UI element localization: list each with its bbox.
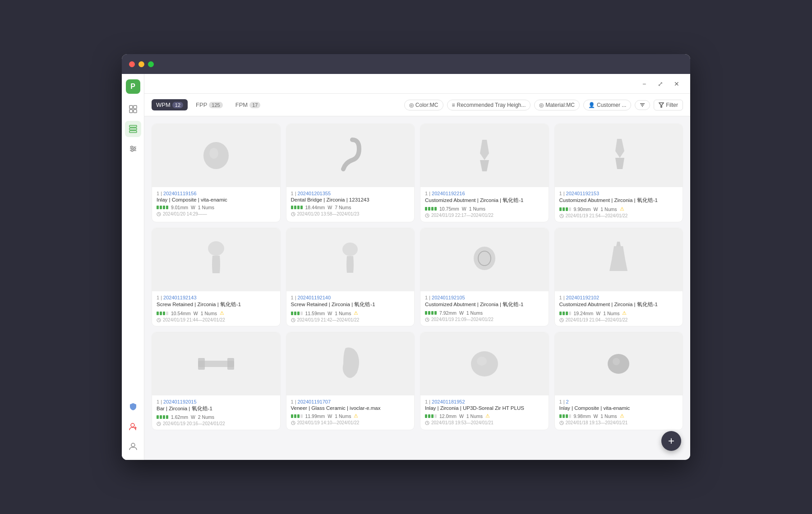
card-image <box>152 228 280 291</box>
app-logo: P <box>126 79 140 94</box>
tab-fpm[interactable]: FPM 17 <box>231 99 265 110</box>
svg-point-16 <box>131 443 135 447</box>
card-item[interactable]: 1 | 202401192143 Screw Retained | Zircon… <box>152 228 281 326</box>
card-id-link[interactable]: 202401192102 <box>566 295 599 300</box>
height-bar <box>559 312 571 315</box>
top-bar: − ⤢ ✕ <box>144 74 690 94</box>
card-body: 1 | 202401191707 Veneer | Glass Ceramic … <box>286 395 415 429</box>
card-date: 2024/01/19 20:16—2024/01/22 <box>157 421 276 426</box>
slot-label: W <box>328 413 332 419</box>
svg-line-60 <box>293 423 294 423</box>
svg-line-31 <box>427 216 428 216</box>
slot-label: W <box>191 414 195 420</box>
card-item[interactable]: 1 | 202401192015 Bar | Zirconia | 氧化锆-1 … <box>152 332 281 430</box>
tab-fpp[interactable]: FPP 125 <box>191 99 227 110</box>
svg-point-22 <box>209 148 218 159</box>
svg-line-25 <box>159 214 160 215</box>
maximize-button[interactable] <box>148 61 154 67</box>
sidebar-icon-shield[interactable] <box>125 399 141 415</box>
tray-filter-icon: ≡ <box>452 102 455 108</box>
svg-point-10 <box>131 146 133 148</box>
filter-material[interactable]: ◎ Material:MC <box>534 100 580 110</box>
card-date: 2024/01/19 22:17—2024/01/22 <box>425 213 544 218</box>
height-bar <box>425 311 437 315</box>
card-id: 1 | 202401181952 <box>425 399 544 404</box>
card-item[interactable]: 1 | 202401192102 Customized Abutment | Z… <box>554 228 683 326</box>
window-body: P <box>122 74 690 460</box>
card-body: 1 | 202401192153 Customized Abutment | Z… <box>555 187 683 222</box>
svg-line-28 <box>293 214 294 215</box>
card-id-link[interactable]: 202401201355 <box>298 191 331 196</box>
slot-label: W <box>194 311 198 316</box>
card-id-link[interactable]: 2 <box>566 399 569 404</box>
svg-rect-1 <box>134 106 137 109</box>
card-item[interactable]: 1 | 202401181952 Inlay | Zirconia | UP3D… <box>420 332 549 430</box>
filter-tray[interactable]: ≡ Recommended Tray Heigh... <box>447 100 531 110</box>
slot-label: W <box>328 205 332 210</box>
card-title: Bar | Zirconia | 氧化锆-1 <box>157 405 276 412</box>
card-item[interactable]: 1 | 202401191707 Veneer | Glass Ceramic … <box>286 332 415 430</box>
sidebar-icon-user[interactable] <box>125 438 141 454</box>
tab-wpm[interactable]: WPM 12 <box>152 99 188 110</box>
slot-label: W <box>462 206 466 211</box>
card-date: 2024/01/19 21:09—2024/01/22 <box>425 317 544 322</box>
card-item[interactable]: 1 | 202401192216 Customized Abutment | Z… <box>420 124 549 222</box>
sidebar-icon-list[interactable] <box>125 121 141 137</box>
card-id-link[interactable]: 202401192216 <box>432 191 465 196</box>
window-resize-btn[interactable]: ⤢ <box>654 78 667 90</box>
sidebar-icon-add-user[interactable] <box>125 418 141 435</box>
height-value: 19.24mm <box>574 311 594 316</box>
minimize-button[interactable] <box>138 61 144 67</box>
window-close-btn[interactable]: ✕ <box>670 78 683 90</box>
svg-point-13 <box>131 423 134 427</box>
card-id: 1 | 202401192102 <box>559 295 678 300</box>
window-minimize-btn[interactable]: − <box>638 78 651 90</box>
main-window: P <box>122 54 690 460</box>
sidebar-icon-grid[interactable] <box>125 101 141 117</box>
card-id-link[interactable]: 202401119156 <box>163 191 196 196</box>
tab-fpp-label: FPP <box>196 101 207 108</box>
card-id-link[interactable]: 202401191707 <box>298 399 331 404</box>
card-date: 2024/01/20 13:58—2024/01/23 <box>291 211 410 216</box>
card-id-link[interactable]: 202401192015 <box>163 399 196 404</box>
card-id-link[interactable]: 202401192105 <box>432 295 465 300</box>
close-button[interactable] <box>129 61 135 67</box>
card-date: 2024/01/20 14:29—— <box>157 211 276 216</box>
main-wrapper: − ⤢ ✕ WPM 12 FPP 125 FPM 17 <box>144 74 690 460</box>
svg-point-67 <box>613 358 620 365</box>
warning-icon: ⚠ <box>485 413 490 419</box>
material-filter-label: Material:MC <box>545 102 575 108</box>
svg-line-57 <box>159 424 160 424</box>
card-id-link[interactable]: 202401192140 <box>298 295 331 300</box>
card-image <box>152 124 280 187</box>
filter-customer[interactable]: 👤 Customer ... <box>583 100 631 110</box>
card-date: 2024/01/19 21:44—2024/01/22 <box>157 317 276 322</box>
svg-point-39 <box>342 243 358 256</box>
card-image <box>286 332 415 395</box>
svg-line-65 <box>427 423 428 423</box>
card-image <box>420 228 549 291</box>
card-item[interactable]: 1 | 2 Inlay | Composite | vita-enamic 9.… <box>554 332 683 430</box>
filter-btn[interactable]: Filter <box>654 100 683 110</box>
sort-button[interactable] <box>635 100 650 110</box>
card-item[interactable]: 1 | 202401192140 Screw Retained | Zircon… <box>286 228 415 326</box>
card-body: 1 | 202401181952 Inlay | Zirconia | UP3D… <box>420 395 549 429</box>
nums-label: 1 Nums <box>335 413 351 419</box>
height-value: 9.90mm <box>574 207 591 212</box>
fab-add-button[interactable]: + <box>661 431 681 451</box>
card-item[interactable]: 1 | 202401192153 Customized Abutment | Z… <box>554 124 683 222</box>
card-item[interactable]: 1 | 202401192105 Customized Abutment | Z… <box>420 228 549 326</box>
svg-rect-4 <box>129 125 137 127</box>
svg-point-12 <box>131 150 133 151</box>
filter-color[interactable]: ◎ Color:MC <box>404 100 443 110</box>
svg-rect-54 <box>227 358 234 370</box>
material-filter-icon: ◎ <box>539 102 544 108</box>
sidebar-icon-settings[interactable] <box>125 141 141 157</box>
svg-line-42 <box>293 320 294 321</box>
card-id-link[interactable]: 202401181952 <box>432 399 465 404</box>
card-id-link[interactable]: 202401192153 <box>566 191 599 196</box>
card-item[interactable]: 1 | 202401119156 Inlay | Composite | vit… <box>152 124 281 222</box>
card-id-link[interactable]: 202401192143 <box>163 295 196 300</box>
card-meta: 10.54mm W 1 Nums ⚠ <box>157 310 276 316</box>
card-item[interactable]: 1 | 202401201355 Dental Bridge | Zirconi… <box>286 124 415 222</box>
